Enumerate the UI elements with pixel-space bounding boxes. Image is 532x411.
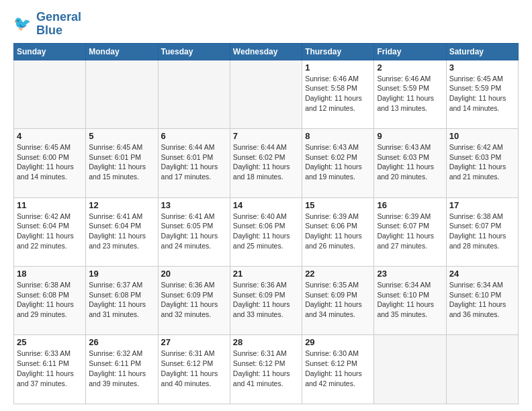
day-info: Sunrise: 6:36 AM Sunset: 6:09 PM Dayligh… [233, 280, 299, 320]
day-info: Sunrise: 6:45 AM Sunset: 5:59 PM Dayligh… [449, 74, 515, 113]
day-number: 9 [377, 131, 443, 141]
day-info: Sunrise: 6:34 AM Sunset: 6:10 PM Dayligh… [449, 280, 515, 320]
calendar-cell: 24Sunrise: 6:34 AM Sunset: 6:10 PM Dayli… [446, 267, 518, 335]
day-number: 14 [233, 200, 299, 210]
header: 🐦 GeneralBlue [13, 11, 519, 38]
calendar-cell: 25Sunrise: 6:33 AM Sunset: 6:11 PM Dayli… [14, 335, 86, 404]
day-info: Sunrise: 6:37 AM Sunset: 6:08 PM Dayligh… [89, 280, 154, 320]
day-header-saturday: Saturday [446, 43, 518, 60]
calendar-cell: 22Sunrise: 6:35 AM Sunset: 6:09 PM Dayli… [302, 267, 374, 335]
calendar-cell: 17Sunrise: 6:38 AM Sunset: 6:07 PM Dayli… [446, 197, 518, 266]
calendar-cell: 8Sunrise: 6:43 AM Sunset: 6:02 PM Daylig… [302, 129, 374, 197]
day-info: Sunrise: 6:43 AM Sunset: 6:03 PM Dayligh… [377, 142, 443, 182]
day-number: 16 [377, 200, 443, 210]
day-info: Sunrise: 6:40 AM Sunset: 6:06 PM Dayligh… [233, 212, 299, 251]
calendar-cell: 5Sunrise: 6:45 AM Sunset: 6:01 PM Daylig… [86, 129, 158, 197]
calendar-week-2: 4Sunrise: 6:45 AM Sunset: 6:00 PM Daylig… [14, 129, 519, 197]
day-info: Sunrise: 6:44 AM Sunset: 6:01 PM Dayligh… [161, 142, 227, 182]
logo: 🐦 GeneralBlue [13, 11, 81, 38]
day-info: Sunrise: 6:45 AM Sunset: 6:00 PM Dayligh… [17, 142, 83, 182]
day-header-monday: Monday [86, 43, 158, 60]
calendar-cell: 2Sunrise: 6:46 AM Sunset: 5:59 PM Daylig… [374, 60, 446, 128]
calendar-week-5: 25Sunrise: 6:33 AM Sunset: 6:11 PM Dayli… [14, 335, 519, 404]
day-info: Sunrise: 6:31 AM Sunset: 6:12 PM Dayligh… [233, 349, 299, 388]
day-number: 17 [449, 200, 515, 210]
day-info: Sunrise: 6:43 AM Sunset: 6:02 PM Dayligh… [305, 142, 371, 182]
day-info: Sunrise: 6:46 AM Sunset: 5:58 PM Dayligh… [305, 74, 371, 113]
svg-text:🐦: 🐦 [13, 15, 32, 32]
calendar-table: SundayMondayTuesdayWednesdayThursdayFrid… [13, 43, 519, 404]
day-number: 18 [17, 269, 83, 279]
day-number: 2 [377, 62, 443, 73]
day-number: 4 [17, 131, 83, 141]
calendar-cell [14, 60, 86, 128]
day-info: Sunrise: 6:39 AM Sunset: 6:07 PM Dayligh… [377, 212, 443, 251]
day-number: 3 [449, 62, 515, 73]
calendar-cell: 12Sunrise: 6:41 AM Sunset: 6:04 PM Dayli… [86, 197, 158, 266]
day-number: 25 [17, 337, 83, 347]
page: 🐦 GeneralBlue SundayMondayTuesdayWednesd… [0, 0, 532, 411]
day-info: Sunrise: 6:31 AM Sunset: 6:12 PM Dayligh… [161, 349, 227, 388]
day-number: 28 [233, 337, 299, 347]
calendar-cell: 21Sunrise: 6:36 AM Sunset: 6:09 PM Dayli… [230, 267, 302, 335]
day-number: 26 [89, 337, 154, 347]
calendar-cell: 4Sunrise: 6:45 AM Sunset: 6:00 PM Daylig… [14, 129, 86, 197]
logo-text: GeneralBlue [36, 11, 81, 38]
calendar-cell [446, 335, 518, 404]
day-number: 11 [17, 200, 83, 210]
day-number: 5 [89, 131, 154, 141]
day-info: Sunrise: 6:45 AM Sunset: 6:01 PM Dayligh… [89, 142, 154, 182]
day-info: Sunrise: 6:35 AM Sunset: 6:09 PM Dayligh… [305, 280, 371, 320]
calendar-week-4: 18Sunrise: 6:38 AM Sunset: 6:08 PM Dayli… [14, 267, 519, 335]
day-number: 20 [161, 269, 227, 279]
calendar-cell: 26Sunrise: 6:32 AM Sunset: 6:11 PM Dayli… [86, 335, 158, 404]
calendar-cell: 19Sunrise: 6:37 AM Sunset: 6:08 PM Dayli… [86, 267, 158, 335]
day-info: Sunrise: 6:39 AM Sunset: 6:06 PM Dayligh… [305, 212, 371, 251]
day-header-tuesday: Tuesday [158, 43, 230, 60]
day-number: 23 [377, 269, 443, 279]
calendar-cell: 11Sunrise: 6:42 AM Sunset: 6:04 PM Dayli… [14, 197, 86, 266]
calendar-cell: 16Sunrise: 6:39 AM Sunset: 6:07 PM Dayli… [374, 197, 446, 266]
calendar-cell: 7Sunrise: 6:44 AM Sunset: 6:02 PM Daylig… [230, 129, 302, 197]
day-number: 15 [305, 200, 371, 210]
calendar-cell [230, 60, 302, 128]
day-header-sunday: Sunday [14, 43, 86, 60]
day-info: Sunrise: 6:38 AM Sunset: 6:08 PM Dayligh… [17, 280, 83, 320]
day-info: Sunrise: 6:34 AM Sunset: 6:10 PM Dayligh… [377, 280, 443, 320]
day-info: Sunrise: 6:38 AM Sunset: 6:07 PM Dayligh… [449, 212, 515, 251]
day-info: Sunrise: 6:41 AM Sunset: 6:05 PM Dayligh… [161, 212, 227, 251]
calendar-cell: 14Sunrise: 6:40 AM Sunset: 6:06 PM Dayli… [230, 197, 302, 266]
day-number: 1 [305, 62, 371, 73]
day-info: Sunrise: 6:30 AM Sunset: 6:12 PM Dayligh… [305, 349, 371, 388]
day-number: 27 [161, 337, 227, 347]
calendar-cell: 23Sunrise: 6:34 AM Sunset: 6:10 PM Dayli… [374, 267, 446, 335]
day-number: 22 [305, 269, 371, 279]
day-number: 8 [305, 131, 371, 141]
day-info: Sunrise: 6:46 AM Sunset: 5:59 PM Dayligh… [377, 74, 443, 113]
calendar-cell [158, 60, 230, 128]
day-number: 21 [233, 269, 299, 279]
calendar-cell: 18Sunrise: 6:38 AM Sunset: 6:08 PM Dayli… [14, 267, 86, 335]
calendar-cell: 27Sunrise: 6:31 AM Sunset: 6:12 PM Dayli… [158, 335, 230, 404]
calendar-cell: 1Sunrise: 6:46 AM Sunset: 5:58 PM Daylig… [302, 60, 374, 128]
calendar-cell: 13Sunrise: 6:41 AM Sunset: 6:05 PM Dayli… [158, 197, 230, 266]
day-number: 6 [161, 131, 227, 141]
calendar-cell [86, 60, 158, 128]
day-info: Sunrise: 6:42 AM Sunset: 6:03 PM Dayligh… [449, 142, 515, 182]
calendar-cell: 3Sunrise: 6:45 AM Sunset: 5:59 PM Daylig… [446, 60, 518, 128]
calendar-cell: 20Sunrise: 6:36 AM Sunset: 6:09 PM Dayli… [158, 267, 230, 335]
day-info: Sunrise: 6:36 AM Sunset: 6:09 PM Dayligh… [161, 280, 227, 320]
day-number: 24 [449, 269, 515, 279]
calendar-week-1: 1Sunrise: 6:46 AM Sunset: 5:58 PM Daylig… [14, 60, 519, 128]
calendar-cell: 15Sunrise: 6:39 AM Sunset: 6:06 PM Dayli… [302, 197, 374, 266]
day-header-wednesday: Wednesday [230, 43, 302, 60]
day-info: Sunrise: 6:41 AM Sunset: 6:04 PM Dayligh… [89, 212, 154, 251]
day-number: 7 [233, 131, 299, 141]
day-header-friday: Friday [374, 43, 446, 60]
day-number: 29 [305, 337, 371, 347]
calendar-header-row: SundayMondayTuesdayWednesdayThursdayFrid… [14, 43, 519, 60]
day-header-thursday: Thursday [302, 43, 374, 60]
day-number: 13 [161, 200, 227, 210]
day-number: 10 [449, 131, 515, 141]
calendar-cell: 29Sunrise: 6:30 AM Sunset: 6:12 PM Dayli… [302, 335, 374, 404]
